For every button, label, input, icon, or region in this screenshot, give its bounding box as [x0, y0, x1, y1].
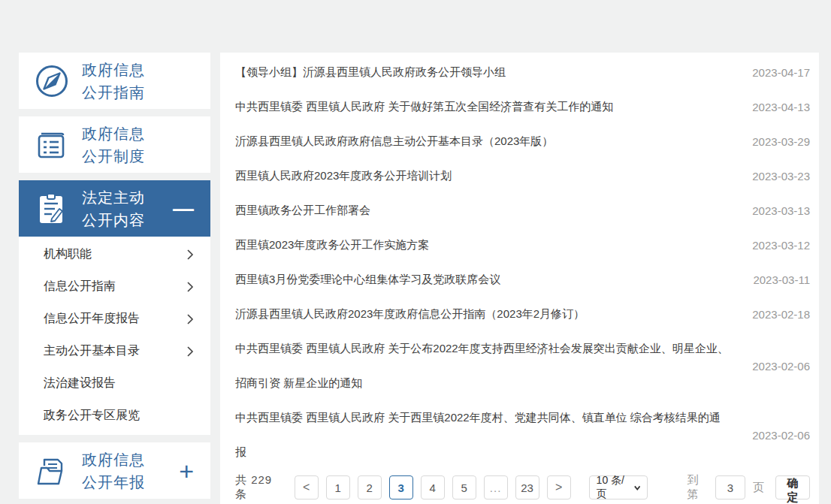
article-date: 2023-03-11 — [753, 273, 810, 286]
article-row[interactable]: 西里镇2023年度政务公开工作实施方案 2023-03-12 — [235, 228, 810, 262]
chevron-right-icon — [186, 281, 194, 293]
total-count-label: 共 229 条 — [235, 473, 281, 502]
article-row[interactable]: 沂源县西里镇人民政府政府信息主动公开基本目录（2023年版） 2023-03-2… — [235, 124, 810, 158]
page-size-value: 10 条/页 — [597, 474, 629, 501]
goto-page-unit: 页 — [753, 481, 765, 495]
page-button-23[interactable]: 23 — [515, 475, 539, 499]
article-title[interactable]: 中共西里镇委 西里镇人民政府 关于公布2022年度支持西里经济社会发展突出贡献企… — [235, 331, 731, 400]
article-date: 2023-02-18 — [752, 308, 810, 321]
article-row[interactable]: 西里镇人民政府2023年度政务公开培训计划 2023-03-23 — [235, 158, 810, 193]
article-row[interactable]: 沂源县西里镇人民政府2023年度政府信息公开指南（2023年2月修订） 2023… — [235, 297, 810, 331]
page-button-3-active[interactable]: 3 — [389, 475, 413, 499]
sidebar-item-label: 法定主动 公开内容 — [82, 186, 145, 231]
submenu-item-agency-functions[interactable]: 机构职能 — [19, 238, 210, 270]
submenu-item-basic-catalog[interactable]: 主动公开基本目录 — [19, 335, 210, 367]
goto-page-input[interactable] — [715, 475, 745, 499]
goto-confirm-button[interactable]: 确定 — [775, 475, 810, 499]
sidebar-item-gov-info-annual-report[interactable]: 政府信息 公开年报 + — [19, 442, 210, 499]
article-date: 2023-03-23 — [752, 170, 810, 183]
article-date: 2023-02-06 — [752, 429, 810, 442]
article-row[interactable]: 中共西里镇委 西里镇人民政府 关于做好第五次全国经济普查有关工作的通知 2023… — [235, 89, 810, 124]
sidebar-item-gov-info-guide[interactable]: 政府信息 公开指南 — [19, 53, 210, 109]
page-button-5[interactable]: 5 — [452, 475, 476, 499]
expand-plus-icon[interactable]: + — [179, 458, 194, 484]
sidebar-item-gov-info-system[interactable]: 政府信息 公开制度 — [19, 116, 210, 173]
article-list-panel: 【领导小组】沂源县西里镇人民政府政务公开领导小组 2023-04-17 中共西里… — [220, 53, 819, 504]
submenu-item-open-gov-zone[interactable]: 政务公开专区展览 — [19, 400, 210, 432]
chevron-right-icon — [186, 346, 194, 358]
article-date: 2023-04-13 — [752, 101, 810, 113]
submenu-item-info-disclosure-guide[interactable]: 信息公开指南 — [19, 270, 210, 303]
pagination-bar: 共 229 条 < 1 2 3 4 5 ... 23 > 10 条/页 到第 页… — [235, 475, 810, 500]
sidebar-submenu: 机构职能 信息公开指南 信息公开年度报告 主动公开基本目录 法治建设报告 政务公… — [19, 237, 210, 435]
article-title[interactable]: 西里镇政务公开工作部署会 — [235, 193, 731, 228]
sidebar: 政府信息 公开指南 政府信息 公开制度 法定主动 — [19, 53, 210, 504]
article-title[interactable]: 【领导小组】沂源县西里镇人民政府政务公开领导小组 — [235, 55, 731, 89]
page-button-1[interactable]: 1 — [326, 475, 350, 499]
page-button-4[interactable]: 4 — [421, 475, 445, 499]
article-row[interactable]: 西里镇政务公开工作部署会 2023-03-13 — [235, 193, 810, 228]
article-date: 2023-03-29 — [752, 135, 810, 148]
article-title[interactable]: 西里镇人民政府2023年度政务公开培训计划 — [235, 158, 731, 193]
sidebar-item-label: 政府信息 公开制度 — [82, 122, 145, 167]
article-row[interactable]: 中共西里镇委 西里镇人民政府 关于西里镇2022年度村、党建共同体、镇直单位 综… — [235, 400, 810, 469]
chevron-right-icon — [186, 313, 194, 325]
article-date: 2023-02-06 — [752, 360, 810, 373]
article-title[interactable]: 西里镇3月份党委理论中心组集体学习及党政联席会议 — [235, 262, 732, 297]
sidebar-item-label: 政府信息 公开指南 — [82, 59, 145, 104]
next-page-button[interactable]: > — [547, 475, 571, 499]
article-title[interactable]: 沂源县西里镇人民政府政府信息主动公开基本目录（2023年版） — [235, 124, 731, 158]
chevron-down-icon — [634, 485, 640, 490]
sidebar-item-statutory-disclosure[interactable]: 法定主动 公开内容 — — [19, 180, 210, 237]
compass-icon — [34, 63, 70, 99]
page-ellipsis-button[interactable]: ... — [484, 475, 508, 499]
article-row[interactable]: 中共西里镇委 西里镇人民政府 关于公布2022年度支持西里经济社会发展突出贡献企… — [235, 331, 810, 400]
article-title[interactable]: 中共西里镇委 西里镇人民政府 关于做好第五次全国经济普查有关工作的通知 — [235, 89, 731, 124]
article-title[interactable]: 沂源县西里镇人民政府2023年度政府信息公开指南（2023年2月修订） — [235, 297, 731, 331]
article-row[interactable]: 西里镇3月份党委理论中心组集体学习及党政联席会议 2023-03-11 — [235, 262, 810, 297]
submenu-item-rule-of-law-report[interactable]: 法治建设报告 — [19, 367, 210, 400]
article-date: 2023-03-12 — [752, 239, 810, 252]
ledger-icon — [34, 127, 70, 163]
goto-page-label: 到第 — [687, 473, 708, 502]
article-title[interactable]: 中共西里镇委 西里镇人民政府 关于西里镇2022年度村、党建共同体、镇直单位 综… — [235, 400, 731, 469]
submenu-item-annual-report[interactable]: 信息公开年度报告 — [19, 303, 210, 335]
chevron-right-icon — [186, 249, 194, 261]
prev-page-button[interactable]: < — [295, 475, 319, 499]
page-button-2[interactable]: 2 — [358, 475, 382, 499]
article-date: 2023-04-17 — [752, 66, 810, 79]
article-date: 2023-03-13 — [752, 204, 810, 217]
clipboard-pen-icon — [34, 191, 70, 227]
sidebar-item-label: 政府信息 公开年报 — [82, 448, 145, 493]
folder-docs-icon — [34, 453, 70, 489]
collapse-minus-icon[interactable]: — — [173, 198, 194, 219]
article-title[interactable]: 西里镇2023年度政务公开工作实施方案 — [235, 228, 731, 262]
page-size-select[interactable]: 10 条/页 — [589, 475, 648, 499]
article-row[interactable]: 【领导小组】沂源县西里镇人民政府政务公开领导小组 2023-04-17 — [235, 55, 810, 89]
